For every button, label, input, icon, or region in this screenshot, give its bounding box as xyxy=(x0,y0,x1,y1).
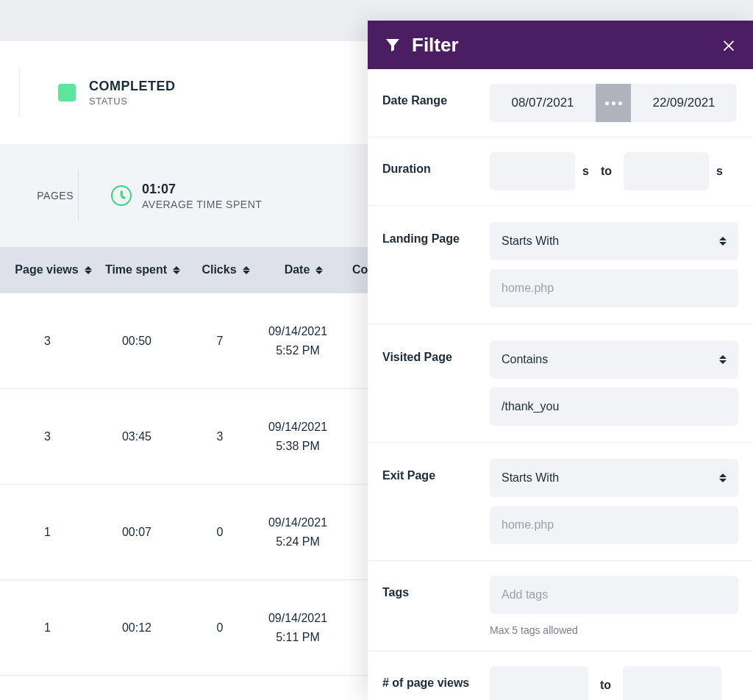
th-date[interactable]: Date xyxy=(261,263,346,276)
filter-row-duration: Duration s to s xyxy=(368,138,753,206)
avg-time-value: 01:07 xyxy=(142,182,262,197)
tags-hint: Max 5 tags allowed xyxy=(490,624,738,636)
cell-page-views: 3 xyxy=(6,332,89,350)
date-to-input[interactable] xyxy=(631,84,737,122)
row-handle xyxy=(0,580,6,675)
status-text: COMPLETED STATUS xyxy=(89,79,176,107)
th-time-spent[interactable]: Time spent xyxy=(95,263,190,276)
row-handle xyxy=(0,389,6,484)
label-exit-page: Exit Page xyxy=(382,459,478,544)
status-swatch xyxy=(58,84,76,101)
select-caret-icon xyxy=(719,237,727,246)
exit-page-value-input[interactable] xyxy=(490,506,738,544)
unit-seconds: s xyxy=(716,165,723,178)
th-clicks[interactable]: Clicks xyxy=(190,263,261,276)
cell-clicks: 0 xyxy=(185,524,255,541)
landing-page-op-select[interactable]: Starts With xyxy=(490,222,738,260)
cell-time-spent: 00:07 xyxy=(89,524,185,541)
date-from-input[interactable] xyxy=(490,84,596,122)
cell-date: 09/14/20215:52 PM xyxy=(255,322,340,360)
pageviews-from-input[interactable] xyxy=(490,666,588,700)
th-page-views[interactable]: Page views xyxy=(12,263,95,276)
row-handle xyxy=(0,485,6,579)
sort-icon xyxy=(315,266,323,274)
visited-page-value-input[interactable] xyxy=(490,388,738,426)
duration-from-input[interactable] xyxy=(490,152,575,190)
cell-page-views: 3 xyxy=(6,428,89,446)
cell-page-views: 1 xyxy=(6,524,89,541)
cell-clicks: 0 xyxy=(185,619,255,637)
filter-title: Filter xyxy=(384,34,459,57)
filter-row-date-range: Date Range xyxy=(368,69,753,138)
sort-icon xyxy=(243,266,250,274)
close-icon[interactable] xyxy=(721,37,737,53)
cell-time-spent: 00:50 xyxy=(89,332,185,350)
pages-label-partial: PAGES xyxy=(0,190,74,201)
cell-clicks: 7 xyxy=(185,332,255,350)
label-pageviews: # of page views xyxy=(382,666,478,700)
avg-time-block: 01:07 AVERAGE TIME SPENT xyxy=(111,182,262,210)
landing-page-value-input[interactable] xyxy=(490,269,738,307)
cell-time-spent: 03:45 xyxy=(89,428,185,446)
date-range-separator-icon xyxy=(596,84,631,122)
divider xyxy=(19,68,20,117)
label-tags: Tags xyxy=(382,576,478,636)
avg-time-label: AVERAGE TIME SPENT xyxy=(142,199,262,210)
filter-panel: Filter Date Range Duration s xyxy=(368,21,753,700)
pageviews-to-input[interactable] xyxy=(623,666,721,700)
sort-icon xyxy=(85,266,92,274)
cell-date: 09/14/20215:38 PM xyxy=(255,418,340,455)
unit-seconds: s xyxy=(582,165,589,178)
label-duration: Duration xyxy=(382,152,478,190)
status-sublabel: STATUS xyxy=(89,96,176,107)
separator-to: to xyxy=(596,679,615,692)
select-caret-icon xyxy=(719,474,727,482)
sort-icon xyxy=(173,266,180,274)
filter-row-pageviews: # of page views to xyxy=(368,651,753,700)
row-handle xyxy=(0,293,6,388)
clock-icon xyxy=(111,185,132,206)
filter-header: Filter xyxy=(368,21,753,69)
exit-page-op-select[interactable]: Starts With xyxy=(490,459,738,497)
duration-to-input[interactable] xyxy=(624,152,709,190)
select-caret-icon xyxy=(719,355,727,364)
separator-to: to xyxy=(596,165,616,178)
cell-clicks: 3 xyxy=(185,428,255,446)
label-visited-page: Visited Page xyxy=(382,340,478,426)
tags-input[interactable] xyxy=(490,576,738,614)
filter-icon xyxy=(384,36,402,54)
filter-row-visited-page: Visited Page Contains xyxy=(368,324,753,443)
cell-date: 09/14/20215:11 PM xyxy=(255,609,340,646)
filter-row-exit-page: Exit Page Starts With xyxy=(368,443,753,561)
filter-body: Date Range Duration s to s xyxy=(368,69,753,700)
filter-row-landing-page: Landing Page Starts With xyxy=(368,206,753,324)
cell-page-views: 1 xyxy=(6,619,89,637)
label-date-range: Date Range xyxy=(382,84,478,122)
visited-page-op-select[interactable]: Contains xyxy=(490,340,738,379)
cell-time-spent: 00:12 xyxy=(89,619,185,637)
divider xyxy=(78,170,79,221)
cell-date: 09/14/20215:24 PM xyxy=(255,513,340,551)
row-handle xyxy=(0,676,6,700)
status-title: COMPLETED xyxy=(89,79,176,94)
filter-row-tags: Tags Max 5 tags allowed xyxy=(368,561,753,651)
label-landing-page: Landing Page xyxy=(382,222,478,307)
avg-time-text: 01:07 AVERAGE TIME SPENT xyxy=(142,182,262,210)
